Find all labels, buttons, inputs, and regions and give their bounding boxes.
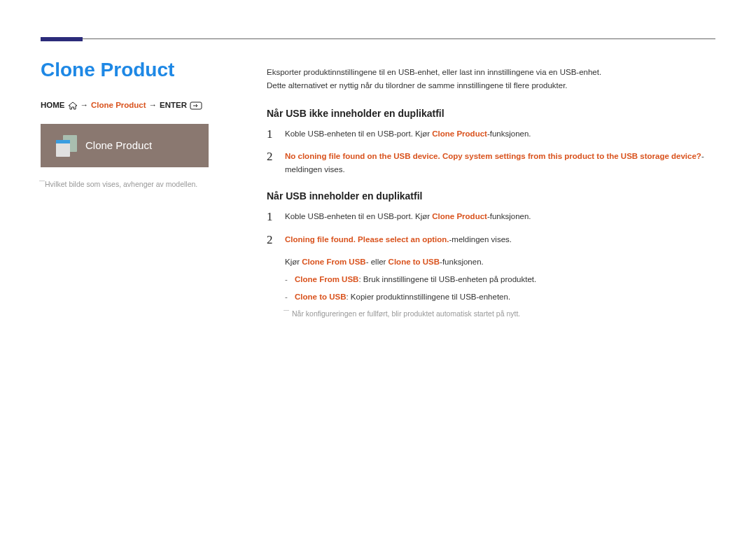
step-body: Cloning file found. Please select an opt… <box>285 233 715 246</box>
dash-item-to-usb: Clone to USB: Kopier produktinnstillinge… <box>285 290 715 304</box>
section-has-duplicate: Når USB inneholder en duplikatfil 1 Kobl… <box>267 190 715 318</box>
sub-heading-1: Når USB ikke inneholder en duplikatfil <box>267 108 715 119</box>
accent-bar <box>41 37 83 41</box>
list-item: 1 Koble USB-enheten til en USB-port. Kjø… <box>267 127 715 141</box>
list-item: 2 Cloning file found. Please select an o… <box>267 233 715 247</box>
home-icon <box>68 101 78 110</box>
step-body: No cloning file found on the USB device.… <box>285 150 715 176</box>
left-column: Clone Product HOME → Clone Product → ENT… <box>41 59 233 332</box>
arrow-2: → <box>149 101 158 109</box>
image-caption: Hvilket bilde som vises, avhenger av mod… <box>41 180 233 188</box>
list-item: 2 No cloning file found on the USB devic… <box>267 150 715 176</box>
tile-label: Clone Product <box>85 139 152 151</box>
intro-text: Eksporter produktinnstillingene til en U… <box>267 66 715 92</box>
run-instruction: Kjør Clone From USB- eller Clone to USB-… <box>285 255 715 304</box>
breadcrumb-enter: ENTER <box>160 101 187 109</box>
clone-product-icon <box>56 135 77 156</box>
step-number: 1 <box>267 210 275 224</box>
sub-heading-2: Når USB inneholder en duplikatfil <box>267 190 715 202</box>
footnote: Når konfigureringen er fullført, blir pr… <box>285 309 715 318</box>
top-rule <box>41 38 715 39</box>
breadcrumb-home: HOME <box>41 101 65 109</box>
arrow-1: → <box>80 101 89 109</box>
step-number: 2 <box>267 150 275 164</box>
clone-product-tile: Clone Product <box>41 124 209 167</box>
breadcrumb-clone: Clone Product <box>91 101 146 109</box>
step-number: 1 <box>267 127 275 141</box>
step-body: Koble USB-enheten til en USB-port. Kjør … <box>285 210 715 223</box>
section-no-duplicate: Når USB ikke inneholder en duplikatfil 1… <box>267 108 715 176</box>
list-item: 1 Koble USB-enheten til en USB-port. Kjø… <box>267 210 715 224</box>
page-title: Clone Product <box>41 59 233 81</box>
step-number: 2 <box>267 233 275 247</box>
right-column: Eksporter produktinnstillingene til en U… <box>267 59 715 332</box>
dash-item-from-usb: Clone From USB: Bruk innstillingene til … <box>285 273 715 286</box>
step-body: Koble USB-enheten til en USB-port. Kjør … <box>285 127 715 141</box>
breadcrumb: HOME → Clone Product → ENTER <box>41 101 233 110</box>
enter-icon <box>190 101 202 110</box>
